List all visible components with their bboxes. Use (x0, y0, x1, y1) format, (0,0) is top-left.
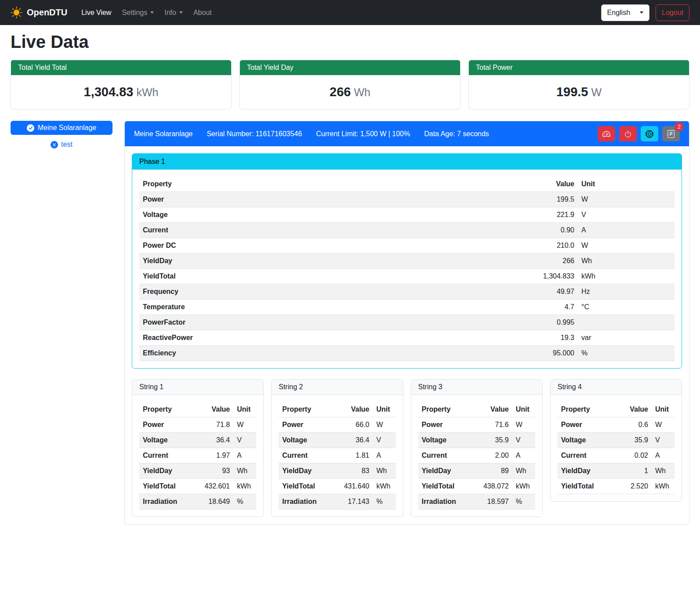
total-yield-day-unit: Wh (354, 86, 370, 98)
unit-cell (578, 315, 675, 330)
string-card-body: Property Value Unit Power0.6WVoltage35.9… (551, 395, 682, 501)
unit-cell: W (578, 238, 675, 253)
property-cell: Voltage (418, 433, 471, 448)
column-header-property: Property (558, 402, 615, 417)
value-cell: 0.02 (615, 448, 652, 463)
unit-cell: % (578, 346, 675, 361)
event-log-button[interactable]: 2 (662, 126, 680, 141)
table-row: Voltage35.9V (418, 433, 535, 448)
unit-cell: % (233, 494, 256, 510)
page-title: Live Data (11, 32, 689, 52)
table-row: Current1.81A (279, 448, 395, 463)
inverter-name: Meine Solaranlage (134, 130, 192, 138)
card-body: 199.5W (469, 75, 689, 109)
inverter-panel-body: Phase 1 Property Value Unit Power199.5WV… (125, 146, 689, 524)
property-cell: YieldDay (139, 253, 402, 269)
table-row: YieldDay93Wh (139, 463, 256, 479)
nav-live-view[interactable]: Live View (76, 5, 116, 20)
property-cell: Voltage (558, 433, 615, 448)
table-row: YieldTotal438.072kWh (418, 479, 535, 494)
string-card-header: String 2 (272, 380, 403, 395)
property-cell: Power DC (139, 238, 402, 253)
property-cell: Voltage (139, 433, 192, 448)
property-cell: YieldDay (139, 463, 192, 479)
table-row: YieldTotal432.601kWh (139, 479, 256, 494)
property-cell: YieldTotal (139, 269, 402, 284)
inverter-link-test[interactable]: test (11, 141, 112, 148)
table-row: Irradiation17.143% (279, 494, 395, 510)
property-cell: Power (139, 192, 402, 207)
table-row: Irradiation18.649% (139, 494, 256, 510)
cpu-icon (646, 130, 653, 138)
nav-about[interactable]: About (188, 5, 217, 20)
table-row: PowerFactor0.995 (139, 315, 675, 330)
value-cell: 18.597 (471, 494, 512, 510)
nav-info[interactable]: Info (159, 5, 188, 20)
table-row: YieldTotal2.520kWh (558, 479, 675, 494)
column-header-property: Property (279, 402, 331, 417)
property-cell: Power (279, 417, 331, 433)
value-cell: 0.90 (402, 223, 578, 238)
check-circle-icon (27, 124, 34, 132)
table-row: Power199.5W (139, 192, 675, 207)
inverter-serial: Serial Number: 116171603546 (207, 130, 302, 138)
nav-about-label: About (193, 9, 212, 17)
unit-cell: Wh (512, 463, 535, 479)
unit-cell: A (578, 223, 675, 238)
column-header-value: Value (615, 402, 652, 417)
brand-link[interactable]: OpenDTU (11, 7, 67, 18)
unit-cell: W (652, 417, 675, 433)
total-yield-day-value: 266 (330, 85, 351, 99)
value-cell: 17.143 (331, 494, 373, 510)
nav-info-label: Info (164, 9, 176, 17)
card-header: Total Yield Total (11, 60, 231, 75)
property-cell: YieldDay (558, 463, 615, 479)
column-header-unit: Unit (233, 402, 256, 417)
table-row: Power DC210.0W (139, 238, 675, 253)
inverter-button-meine-solaranlage[interactable]: Meine Solaranlage (11, 121, 112, 135)
inverter-sidebar: Meine Solaranlage test (11, 121, 112, 148)
nav-settings[interactable]: Settings (116, 5, 159, 20)
unit-cell: kWh (652, 479, 675, 494)
unit-cell: kWh (233, 479, 256, 494)
value-cell: 4.7 (402, 300, 578, 315)
device-info-button[interactable] (641, 126, 658, 141)
property-cell: YieldTotal (279, 479, 331, 494)
value-cell: 71.6 (471, 417, 512, 433)
table-row: Frequency49.97Hz (139, 284, 675, 300)
limit-settings-button[interactable] (598, 126, 615, 141)
content-row: Meine Solaranlage test Meine Solaranlage… (11, 121, 689, 525)
string-1-table: Property Value Unit Power71.8WVoltage36.… (139, 402, 256, 510)
value-cell: 266 (402, 253, 578, 269)
value-cell: 199.5 (402, 192, 578, 207)
card-total-yield-day: Total Yield Day 266Wh (239, 60, 461, 109)
card-body: 266Wh (240, 75, 460, 109)
phase-card: Phase 1 Property Value Unit Power199.5WV… (132, 153, 682, 369)
string-2-table: Property Value Unit Power66.0WVoltage36.… (279, 402, 395, 510)
unit-cell: A (233, 448, 256, 463)
property-cell: Frequency (139, 284, 402, 300)
unit-cell: V (233, 433, 256, 448)
language-select[interactable]: English (601, 4, 649, 21)
speedometer-icon (602, 130, 610, 138)
event-count-badge: 2 (675, 122, 684, 131)
property-cell: Current (279, 448, 331, 463)
table-row: Current0.90A (139, 223, 675, 238)
logout-button[interactable]: Logout (656, 4, 689, 21)
table-row: Power66.0W (279, 417, 395, 433)
table-row: YieldTotal1,304.833kWh (139, 269, 675, 284)
power-button[interactable] (619, 126, 637, 141)
inverter-link-label: test (61, 141, 73, 148)
table-row: YieldDay89Wh (418, 463, 535, 479)
card-header: Total Power (469, 60, 689, 75)
inverter-actions: 2 (598, 126, 680, 141)
column-header-unit: Unit (578, 177, 675, 192)
property-cell: Irradiation (418, 494, 471, 510)
value-cell: 95.000 (402, 346, 578, 361)
navbar: OpenDTU Live View Settings Info About En… (0, 0, 700, 25)
column-header-value: Value (331, 402, 373, 417)
value-cell: 2.520 (615, 479, 652, 494)
string-card-header: String 4 (551, 380, 682, 395)
property-cell: YieldTotal (139, 479, 192, 494)
property-cell: Efficiency (139, 346, 402, 361)
